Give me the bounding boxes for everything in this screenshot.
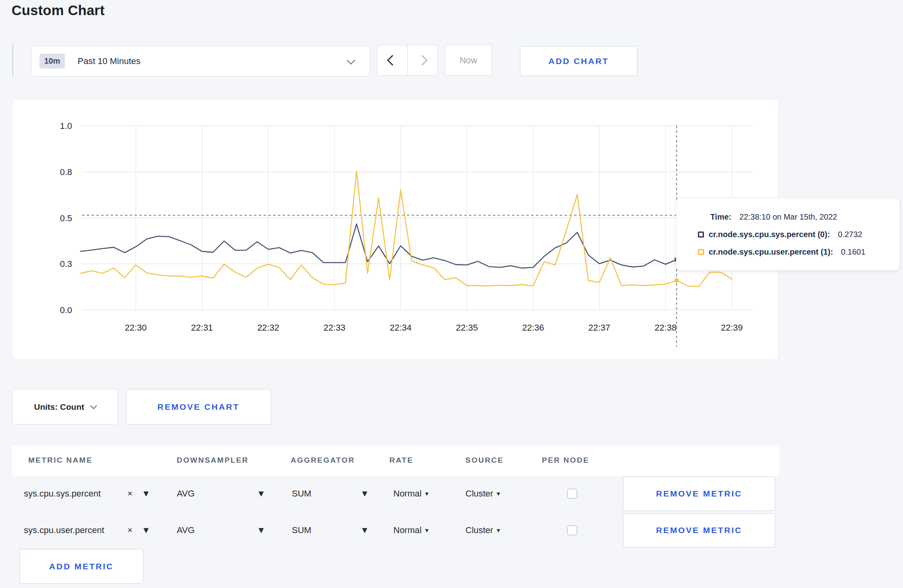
page-title: Custom Chart: [12, 2, 105, 18]
source-select[interactable]: Cluster ▼: [465, 513, 501, 547]
svg-text:22:39: 22:39: [721, 323, 743, 333]
col-metric-name: METRIC NAME: [28, 456, 93, 465]
svg-text:22:32: 22:32: [257, 323, 279, 333]
svg-text:1.0: 1.0: [60, 121, 72, 131]
chart-tooltip: Time: 22:38:10 on Mar 15th, 2022 cr.node…: [676, 198, 900, 271]
metric-name-select[interactable]: sys.cpu.sys.percent: [24, 477, 101, 511]
metric-name-select[interactable]: sys.cpu.user.percent: [24, 513, 104, 547]
series-swatch-icon: [698, 232, 704, 238]
metrics-table-header: METRIC NAME DOWNSAMPLER AGGREGATOR RATE …: [12, 446, 779, 476]
tooltip-time-label: Time:: [710, 212, 731, 222]
caret-down-icon[interactable]: ▼: [257, 513, 266, 547]
svg-text:0.0: 0.0: [60, 305, 72, 315]
clear-metric-icon[interactable]: ×: [127, 513, 133, 547]
col-rate: RATE: [389, 456, 413, 465]
series-swatch-icon: [698, 249, 704, 255]
add-metric-button[interactable]: ADD METRIC: [20, 549, 143, 584]
caret-down-icon: ▼: [424, 491, 430, 497]
prev-time-button[interactable]: [377, 45, 408, 75]
tooltip-series-label: cr.node.sys.cpu.user.percent (1):: [709, 247, 833, 257]
tooltip-time-value: 22:38:10 on Mar 15th, 2022: [739, 212, 837, 222]
col-source: SOURCE: [465, 456, 504, 465]
next-time-button[interactable]: [408, 45, 438, 75]
caret-down-icon: ▼: [424, 527, 430, 533]
remove-metric-button[interactable]: REMOVE METRIC: [623, 513, 775, 547]
rate-select[interactable]: Normal ▼: [393, 477, 430, 511]
clear-metric-icon[interactable]: ×: [127, 477, 133, 511]
aggregator-select[interactable]: SUM: [292, 477, 311, 511]
svg-text:22:37: 22:37: [588, 323, 610, 333]
time-range-badge: 10m: [39, 54, 65, 68]
caret-down-icon[interactable]: ▼: [360, 513, 369, 547]
svg-text:22:31: 22:31: [191, 323, 213, 333]
toolbar-divider: [12, 45, 13, 77]
caret-down-icon[interactable]: ▼: [360, 477, 369, 511]
per-node-checkbox[interactable]: [567, 489, 577, 499]
svg-text:22:36: 22:36: [522, 323, 544, 333]
time-range-label: Past 10 Minutes: [78, 56, 141, 66]
svg-text:22:35: 22:35: [456, 323, 478, 333]
add-chart-button[interactable]: ADD CHART: [520, 46, 637, 76]
per-node-checkbox[interactable]: [567, 525, 577, 535]
caret-down-icon: ▼: [496, 491, 501, 497]
col-aggregator: AGGREGATOR: [291, 456, 355, 465]
caret-down-icon[interactable]: ▼: [142, 513, 150, 547]
tooltip-series-value: 0.2732: [838, 230, 862, 239]
svg-text:0.8: 0.8: [60, 167, 72, 177]
svg-text:22:38: 22:38: [655, 323, 676, 333]
chevron-right-icon: [417, 55, 428, 66]
svg-text:22:33: 22:33: [323, 323, 345, 333]
chevron-down-icon: [90, 402, 97, 409]
rate-select[interactable]: Normal ▼: [393, 513, 430, 547]
now-button[interactable]: Now: [445, 45, 492, 76]
svg-text:22:34: 22:34: [390, 323, 412, 333]
remove-chart-button[interactable]: REMOVE CHART: [126, 389, 271, 424]
chevron-down-icon: [347, 56, 355, 64]
col-downsampler: DOWNSAMPLER: [177, 456, 249, 465]
svg-text:0.3: 0.3: [60, 259, 72, 269]
svg-text:22:30: 22:30: [125, 323, 147, 333]
chart-canvas[interactable]: 1.00.80.50.30.022:3022:3122:3222:3322:34…: [12, 99, 778, 360]
units-select[interactable]: Units: Count: [12, 389, 118, 424]
tooltip-series-value: 0.1601: [841, 247, 865, 257]
time-step-group: [377, 45, 438, 76]
time-range-select[interactable]: 10m Past 10 Minutes: [31, 46, 370, 76]
caret-down-icon: ▼: [496, 527, 501, 533]
col-per-node: PER NODE: [542, 456, 589, 465]
caret-down-icon[interactable]: ▼: [257, 477, 266, 511]
metric-table-row: sys.cpu.user.percent × ▼ AVG ▼ SUM ▼ Nor…: [0, 513, 903, 547]
caret-down-icon[interactable]: ▼: [142, 477, 150, 511]
remove-metric-button[interactable]: REMOVE METRIC: [623, 477, 775, 511]
tooltip-series-label: cr.node.sys.cpu.sys.percent (0):: [709, 230, 830, 239]
metric-table-row: sys.cpu.sys.percent × ▼ AVG ▼ SUM ▼ Norm…: [0, 477, 903, 511]
units-label: Units: Count: [34, 402, 84, 412]
downsampler-select[interactable]: AVG: [177, 477, 195, 511]
aggregator-select[interactable]: SUM: [292, 513, 311, 547]
downsampler-select[interactable]: AVG: [177, 513, 195, 547]
svg-text:0.5: 0.5: [60, 213, 72, 223]
chart-card: 1.00.80.50.30.022:3022:3122:3222:3322:34…: [12, 99, 779, 360]
chevron-left-icon: [387, 55, 398, 66]
source-select[interactable]: Cluster ▼: [465, 477, 501, 511]
